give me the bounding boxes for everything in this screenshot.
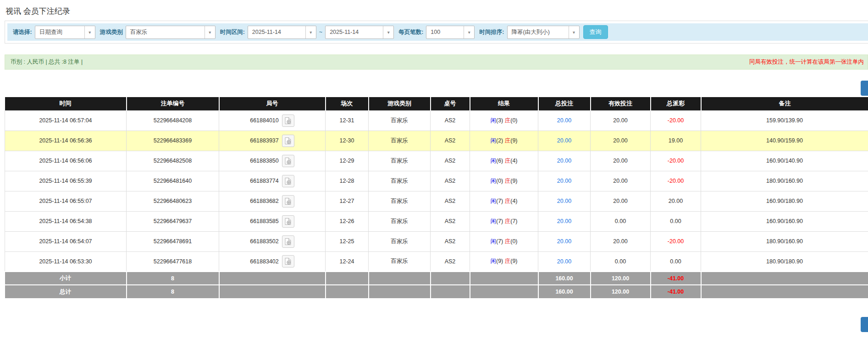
total-bet-link[interactable]: 20.00: [557, 178, 571, 184]
banker-result-label: 庄: [505, 198, 511, 204]
time-sort-select[interactable]: 降幂(由大到小) ▾: [507, 26, 580, 39]
cell-total-bet: 20.00: [538, 151, 591, 171]
video-record-button[interactable]: [282, 235, 294, 248]
cell-session: 12-28: [326, 171, 369, 191]
date-from-value: 2025-11-14: [252, 29, 281, 35]
total-row: 总计 8 160.00 120.00 -41.00: [5, 285, 868, 298]
pagination-button-partial[interactable]: [861, 81, 868, 96]
round-id-value: 661883682: [250, 198, 279, 204]
cell-payout: 19.00: [651, 131, 701, 151]
cell-round-id: 661884010: [219, 110, 326, 131]
total-bet-link[interactable]: 20.00: [557, 238, 571, 245]
table-row: 2025-11-14 06:55:39 522966481640 6618837…: [5, 171, 868, 191]
total-bet-link[interactable]: 20.00: [557, 158, 571, 164]
video-record-button[interactable]: [282, 255, 294, 267]
banker-result-score: (0): [510, 238, 517, 245]
total-bet-link[interactable]: 20.00: [557, 198, 571, 204]
player-result-label: 闲: [490, 238, 496, 245]
cell-session: 12-26: [326, 211, 369, 231]
pagination-button-partial[interactable]: [861, 317, 868, 332]
cell-bet-id: 522966483369: [127, 131, 219, 151]
total-bet-link[interactable]: 20.00: [557, 258, 571, 265]
cell-empty: [326, 285, 369, 298]
search-button[interactable]: 查询: [583, 25, 608, 39]
page-size-select[interactable]: 100 ▾: [426, 26, 475, 39]
table-row: 2025-11-14 06:54:38 522966479637 6618835…: [5, 211, 868, 231]
player-result-label: 闲: [490, 117, 496, 124]
cell-empty: [431, 272, 470, 285]
game-type-value: 百家乐: [130, 28, 148, 36]
cell-payout: -20.00: [651, 151, 701, 171]
cell-time: 2025-11-14 06:54:07: [5, 231, 127, 251]
subtotal-total-bet: 160.00: [538, 272, 591, 285]
total-payout: -41.00: [651, 285, 701, 298]
total-bet-link[interactable]: 20.00: [557, 137, 571, 144]
video-record-button[interactable]: [282, 115, 294, 127]
header-round-id: 局号: [219, 97, 326, 110]
player-result-score: (2): [496, 137, 503, 144]
date-to-select[interactable]: 2025-11-14 ▾: [325, 26, 394, 39]
cell-time: 2025-11-14 06:57:04: [5, 110, 127, 131]
table-row: 2025-11-14 06:56:06 522966482508 6618838…: [5, 151, 868, 171]
cell-total-bet: 20.00: [538, 131, 591, 151]
cell-session: 12-24: [326, 251, 369, 272]
cell-remark: 180.90/180.90: [701, 251, 868, 272]
select-mode-label: 请选择:: [13, 28, 32, 36]
player-result-label: 闲: [490, 198, 496, 204]
video-record-icon: [284, 238, 292, 245]
cell-valid-bet: 20.00: [591, 191, 651, 211]
total-bet-link[interactable]: 20.00: [557, 117, 571, 124]
cell-game-type: 百家乐: [369, 131, 431, 151]
banker-result-score: (7): [510, 218, 517, 224]
game-type-select[interactable]: 百家乐 ▾: [126, 26, 216, 39]
cell-remark: 180.90/160.90: [701, 231, 868, 251]
cell-bet-id: 522966482508: [127, 151, 219, 171]
header-remark: 备注: [701, 97, 868, 110]
date-range-tilde: ~: [319, 29, 322, 35]
video-record-button[interactable]: [282, 175, 294, 187]
cell-table-no: AS2: [431, 151, 470, 171]
subtotal-label: 小计: [5, 272, 127, 285]
cell-game-type: 百家乐: [369, 211, 431, 231]
table-row: 2025-11-14 06:55:07 522966480623 6618836…: [5, 191, 868, 211]
header-result: 结果: [470, 97, 538, 110]
cell-time: 2025-11-14 06:56:06: [5, 151, 127, 171]
player-result-score: (7): [496, 218, 503, 224]
round-id-value: 661884010: [250, 117, 279, 124]
player-result-score: (7): [496, 238, 503, 245]
cell-bet-id: 522966481640: [127, 171, 219, 191]
video-record-button[interactable]: [282, 155, 294, 167]
banker-result-label: 庄: [505, 258, 511, 264]
video-record-button[interactable]: [282, 135, 294, 147]
total-bet-link[interactable]: 20.00: [557, 218, 571, 224]
cell-round-id: 661883502: [219, 231, 326, 251]
cell-valid-bet: 0.00: [591, 251, 651, 272]
cell-bet-id: 522966477618: [127, 251, 219, 272]
video-record-button[interactable]: [282, 215, 294, 228]
header-valid-bet: 有效投注: [591, 97, 651, 110]
cell-game-type: 百家乐: [369, 171, 431, 191]
round-id-value: 661883402: [250, 258, 279, 265]
cell-game-type: 百家乐: [369, 110, 431, 131]
time-range-label: 时间区间:: [220, 28, 245, 36]
round-id-value: 661883774: [250, 178, 279, 184]
player-result-score: (0): [496, 178, 503, 184]
cell-bet-id: 522966479637: [127, 211, 219, 231]
cell-table-no: AS2: [431, 171, 470, 191]
total-valid-bet: 120.00: [591, 285, 651, 298]
cell-result: 闲(3) 庄(0): [470, 110, 538, 131]
video-record-button[interactable]: [282, 195, 294, 207]
round-id-value: 661883585: [250, 218, 279, 224]
cell-total-bet: 20.00: [538, 231, 591, 251]
cell-empty: [219, 285, 326, 298]
cell-time: 2025-11-14 06:55:39: [5, 171, 127, 191]
table-row: 2025-11-14 06:54:07 522966478691 6618835…: [5, 231, 868, 251]
cell-table-no: AS2: [431, 131, 470, 151]
cell-payout: -20.00: [651, 110, 701, 131]
page-size-value: 100: [431, 29, 440, 35]
header-game-type: 游戏类别: [369, 97, 431, 110]
date-from-select[interactable]: 2025-11-14 ▾: [248, 26, 316, 39]
cell-remark: 159.90/139.90: [701, 110, 868, 131]
cell-empty: [470, 272, 538, 285]
query-mode-select[interactable]: 日期查询 ▾: [35, 26, 95, 39]
